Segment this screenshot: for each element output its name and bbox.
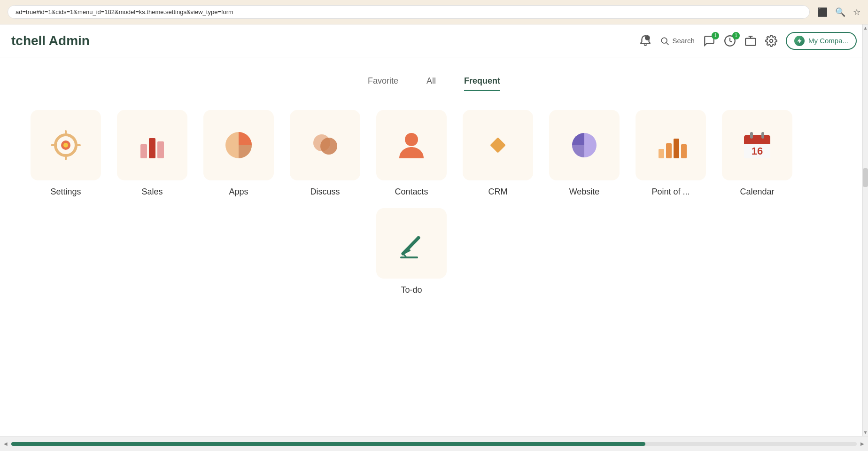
todo-app-icon — [376, 208, 447, 279]
svg-rect-31 — [750, 132, 753, 139]
svg-point-1 — [662, 38, 667, 43]
app-card-point[interactable]: Point of ... — [633, 110, 708, 197]
messages-badge: 1 — [712, 32, 719, 39]
app-header: tchell Admin Search 1 — [0, 24, 868, 57]
svg-rect-14 — [149, 138, 155, 158]
scroll-thumb-v[interactable] — [863, 168, 868, 187]
svg-rect-13 — [140, 144, 147, 158]
cast-icon[interactable]: ⬛ — [817, 7, 828, 17]
zoom-icon[interactable]: 🔍 — [835, 7, 845, 17]
app-grid: Settings Sales — [28, 110, 840, 295]
svg-point-18 — [320, 138, 337, 155]
app-card-todo[interactable]: To-do — [374, 208, 449, 295]
horizontal-scrollbar[interactable]: ◀ ▶ — [0, 436, 868, 451]
sales-app-icon — [117, 110, 187, 180]
discuss-label: Discuss — [310, 187, 340, 197]
app-card-settings[interactable]: Settings — [28, 110, 103, 197]
point-app-icon — [636, 110, 706, 180]
main-content: Favorite All Frequent Settings — [0, 57, 868, 436]
tab-favorite[interactable]: Favorite — [368, 76, 398, 91]
app-card-sales[interactable]: Sales — [115, 110, 190, 197]
svg-rect-25 — [681, 144, 687, 158]
activity-icon-btn[interactable]: 1 — [724, 35, 736, 47]
svg-text:16: 16 — [752, 145, 763, 157]
scroll-up-arrow[interactable]: ▲ — [863, 25, 868, 31]
tabs-nav: Favorite All Frequent — [28, 76, 840, 91]
svg-line-35 — [403, 254, 406, 257]
settings-icon-btn[interactable] — [765, 35, 777, 47]
tab-frequent[interactable]: Frequent — [464, 76, 500, 91]
svg-line-2 — [666, 42, 669, 45]
calendar-app-icon: 16 — [722, 110, 792, 180]
app-card-calendar[interactable]: 16 Calendar — [720, 110, 795, 197]
scrollbar-h-track — [11, 442, 857, 446]
svg-rect-4 — [745, 38, 756, 45]
scroll-left-arrow[interactable]: ◀ — [0, 441, 11, 446]
apps-app-icon — [203, 110, 274, 180]
settings-label: Settings — [50, 187, 81, 197]
svg-rect-20 — [490, 137, 506, 153]
my-company-button[interactable]: My Compa... — [786, 32, 857, 50]
tab-all[interactable]: All — [426, 76, 436, 91]
browser-bar: ad=true#id=1&cids=1&menu_id=182&model=ks… — [0, 0, 868, 24]
svg-point-8 — [63, 143, 68, 148]
app-card-crm[interactable]: CRM — [460, 110, 535, 197]
search-button[interactable]: Search — [660, 36, 695, 46]
vertical-scrollbar[interactable]: ▲ ▼ — [862, 24, 868, 436]
messages-icon-btn[interactable]: 1 — [703, 35, 715, 47]
scrollbar-h-thumb[interactable] — [11, 442, 645, 446]
svg-rect-24 — [674, 139, 679, 158]
apps-label: Apps — [229, 187, 248, 197]
my-company-label: My Compa... — [808, 37, 848, 45]
crm-app-icon — [463, 110, 533, 180]
browser-url[interactable]: ad=true#id=1&cids=1&menu_id=182&model=ks… — [8, 5, 810, 19]
svg-point-19 — [405, 133, 418, 146]
svg-rect-32 — [761, 132, 764, 139]
app-card-website[interactable]: Website — [547, 110, 622, 197]
header-actions: Search 1 1 — [639, 32, 857, 50]
sales-label: Sales — [141, 187, 163, 197]
svg-rect-23 — [666, 143, 672, 158]
svg-point-5 — [770, 39, 773, 42]
search-label: Search — [672, 37, 695, 45]
svg-rect-15 — [157, 141, 164, 158]
discuss-app-icon — [290, 110, 360, 180]
notification-icon-btn[interactable] — [639, 35, 651, 47]
star-icon[interactable]: ☆ — [853, 7, 860, 17]
svg-point-0 — [645, 36, 650, 40]
broadcast-icon-btn[interactable] — [744, 35, 757, 47]
calendar-label: Calendar — [740, 187, 774, 197]
crm-label: CRM — [488, 187, 508, 197]
app-card-discuss[interactable]: Discuss — [287, 110, 363, 197]
svg-line-33 — [403, 238, 418, 254]
point-label: Point of ... — [651, 187, 690, 197]
contacts-app-icon — [376, 110, 447, 180]
company-icon — [794, 36, 805, 46]
svg-rect-29 — [744, 140, 770, 144]
settings-app-icon — [31, 110, 101, 180]
todo-label: To-do — [401, 285, 422, 295]
activity-badge: 1 — [732, 32, 740, 39]
app-card-contacts[interactable]: Contacts — [374, 110, 449, 197]
website-label: Website — [569, 187, 600, 197]
app-card-apps[interactable]: Apps — [201, 110, 276, 197]
website-app-icon — [549, 110, 620, 180]
app-title: tchell Admin — [11, 33, 639, 48]
scroll-right-arrow[interactable]: ▶ — [857, 441, 868, 446]
contacts-label: Contacts — [395, 187, 428, 197]
svg-rect-22 — [659, 149, 664, 158]
scroll-down-arrow[interactable]: ▼ — [863, 430, 868, 435]
